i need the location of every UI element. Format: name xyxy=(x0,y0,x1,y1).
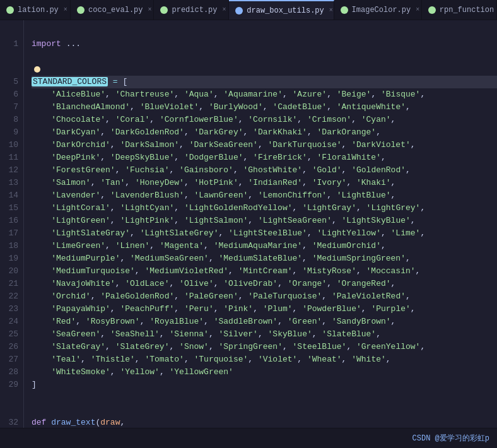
tab-close-draw[interactable]: × xyxy=(329,7,333,14)
code-line-blank1 xyxy=(32,25,497,38)
tab-rpn[interactable]: rpn_function xyxy=(422,0,497,20)
tab-icon-coco xyxy=(77,6,85,14)
code-line-18: 'LimeGreen', 'Linen', 'Magenta', 'Medium… xyxy=(32,240,497,252)
tab-close-lation[interactable]: × xyxy=(64,6,67,13)
code-line-5: STANDARD_COLORS = [ xyxy=(32,76,497,88)
tab-coco-eval[interactable]: coco_eval.py × xyxy=(71,0,154,20)
tab-label-predict: predict.py xyxy=(172,6,217,15)
code-line-32: def draw_text(draw, xyxy=(32,416,497,428)
code-line-8: 'Chocolate', 'Coral', 'CornflowerBlue', … xyxy=(32,114,497,126)
code-line-7: 'BlanchedAlmond', 'BlueViolet', 'BurlyWo… xyxy=(32,101,497,114)
tab-lation[interactable]: lation.py × xyxy=(0,0,71,20)
code-line-11: 'DeepPink', 'DeepSkyBlue', 'DodgerBlue',… xyxy=(32,151,497,164)
tab-icon-predict xyxy=(160,6,168,14)
tab-close-coco[interactable]: × xyxy=(148,6,152,13)
code-line-19: 'MediumPurple', 'MediumSeaGreen', 'Mediu… xyxy=(32,252,497,265)
tab-close-predict[interactable]: × xyxy=(223,6,226,13)
code-line-dot xyxy=(32,63,497,76)
tab-draw-box[interactable]: draw_box_utils.py × xyxy=(229,0,334,20)
code-line-26: 'SlateGray', 'SlateGrey', 'Snow', 'Sprin… xyxy=(32,341,497,353)
code-line-15: 'LightCoral', 'LightCyan', 'LightGoldenR… xyxy=(32,202,497,215)
tab-label-lation: lation.py xyxy=(18,6,59,15)
code-line-22: 'Orchid', 'PaleGoldenRod', 'PaleGreen', … xyxy=(32,290,497,303)
code-line-20: 'MediumTurquoise', 'MediumVioletRed', 'M… xyxy=(32,265,497,278)
code-line-6: 'AliceBlue', 'Chartreuse', 'Aqua', 'Aqua… xyxy=(32,88,497,101)
code-line-17: 'LightSlateGray', 'LightSlateGrey', 'Lig… xyxy=(32,227,497,240)
code-line-16: 'LightGreen', 'LightPink', 'LightSalmon'… xyxy=(32,215,497,227)
code-line-9: 'DarkCyan', 'DarkGoldenRod', 'DarkGrey',… xyxy=(32,126,497,139)
code-line-import: import ... xyxy=(32,38,497,50)
tab-icon-draw xyxy=(235,7,243,15)
code-line-30 xyxy=(32,391,497,404)
brand-label: CSDN @爱学习的彩虹p xyxy=(412,433,489,444)
tab-close-imagecolor[interactable]: × xyxy=(416,6,419,13)
tab-label-draw: draw_box_utils.py xyxy=(247,6,324,15)
code-line-29: ] xyxy=(32,379,497,391)
tab-label-coco: coco_eval.py xyxy=(88,6,143,15)
status-bar: CSDN @爱学习的彩虹p xyxy=(0,428,497,448)
tab-label-imagecolor: ImageColor.py xyxy=(352,6,411,15)
code-line-25: 'SeaGreen', 'SeaShell', 'Sienna', 'Silve… xyxy=(32,328,497,341)
tab-icon-imagecolor xyxy=(341,6,348,14)
code-line-14: 'Lavender', 'LavenderBlush', 'LawnGreen'… xyxy=(32,189,497,202)
code-line-31 xyxy=(32,404,497,416)
code-line-23: 'PapayaWhip', 'PeachPuff', 'Peru', 'Pink… xyxy=(32,303,497,315)
code-line-21: 'NavajoWhite', 'OldLace', 'Olive', 'Oliv… xyxy=(32,278,497,290)
tab-icon-rpn xyxy=(428,6,436,14)
line-numbers: 1 5 6 7 8 9 10 11 12 13 14 15 16 17 18 1… xyxy=(0,20,24,428)
code-line-blank2 xyxy=(32,50,497,63)
code-line-10: 'DarkOrchid', 'DarkSalmon', 'DarkSeaGree… xyxy=(32,139,497,151)
code-content[interactable]: import ... STANDARD_COLORS = [ 'AliceBlu… xyxy=(24,20,497,428)
code-line-24: 'Red', 'RosyBrown', 'RoyalBlue', 'Saddle… xyxy=(32,315,497,328)
tab-icon-lation xyxy=(6,6,14,14)
tab-bar: lation.py × coco_eval.py × predict.py × … xyxy=(0,0,497,20)
code-line-13: 'Salmon', 'Tan', 'HoneyDew', 'HotPink', … xyxy=(32,177,497,189)
code-editor: 1 5 6 7 8 9 10 11 12 13 14 15 16 17 18 1… xyxy=(0,20,497,428)
tab-predict[interactable]: predict.py × xyxy=(154,0,229,20)
tab-label-rpn: rpn_function xyxy=(440,6,494,15)
code-line-27: 'Teal', 'Thistle', 'Tomato', 'Turquoise'… xyxy=(32,353,497,366)
code-line-28: 'WhiteSmoke', 'Yellow', 'YellowGreen' xyxy=(32,366,497,379)
code-line-12: 'ForestGreen', 'Fuchsia', 'Gainsboro', '… xyxy=(32,164,497,177)
tab-imagecolor[interactable]: ImageColor.py × xyxy=(334,0,422,20)
